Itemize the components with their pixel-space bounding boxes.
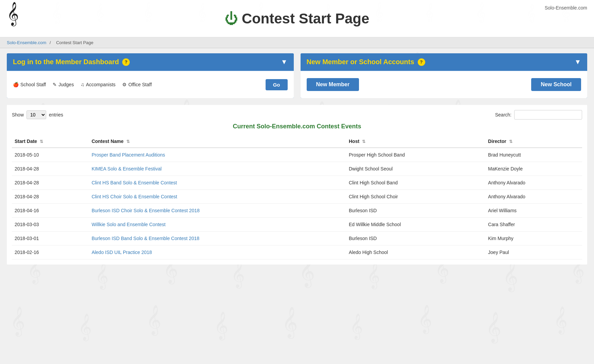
event-date-4: 2018-04-16 (12, 204, 89, 218)
new-accounts-help-icon[interactable]: ? (418, 58, 425, 66)
sort-icon-date: ⇅ (40, 139, 43, 144)
cards-row: Log in to the Member Dashboard ? ▼ 🍎 Sch… (7, 53, 587, 98)
breadcrumb-home-link[interactable]: Solo-Ensemble.com (7, 40, 46, 45)
table-row: 2018-04-28 Clint HS Choir Solo & Ensembl… (12, 190, 582, 204)
event-director-3: Anthony Alvarado (485, 190, 582, 204)
school-staff-label: School Staff (20, 82, 46, 87)
site-logo: 𝄞 (7, 3, 19, 24)
power-icon: ⏻ (225, 11, 238, 26)
breadcrumb: Solo-Ensemble.com / Contest Start Page (0, 37, 594, 48)
entries-select[interactable]: 10 25 50 100 (26, 110, 46, 119)
search-label: Search: (495, 112, 511, 117)
new-accounts-card-chevron[interactable]: ▼ (574, 58, 581, 66)
sort-icon-director: ⇅ (509, 139, 512, 144)
col-director[interactable]: Director ⇅ (485, 135, 582, 148)
office-staff-label: Office Staff (128, 82, 152, 87)
event-date-1: 2018-04-28 (12, 162, 89, 176)
login-card-chevron[interactable]: ▼ (281, 58, 288, 66)
event-contest-link-1[interactable]: KIMEA Solo & Ensemble Festival (92, 166, 162, 171)
accompanists-label: Accompanists (86, 82, 115, 87)
event-director-4: Ariel Williams (485, 204, 582, 218)
col-host[interactable]: Host ⇅ (346, 135, 485, 148)
login-card-links: 🍎 School Staff ✎ Judges ♫ Accompanists ⚙… (13, 82, 152, 87)
go-button[interactable]: Go (266, 79, 288, 90)
events-table: Start Date ⇅ Contest Name ⇅ Host ⇅ Direc… (12, 135, 582, 259)
event-contest-2: Clint HS Band Solo & Ensemble Contest (89, 176, 346, 190)
event-date-2: 2018-04-28 (12, 176, 89, 190)
event-contest-3: Clint HS Choir Solo & Ensemble Contest (89, 190, 346, 204)
login-help-icon[interactable]: ? (122, 58, 130, 66)
col-host-label: Host (349, 139, 359, 144)
show-entries-control: Show 10 25 50 100 entries (12, 110, 63, 119)
office-staff-link[interactable]: ⚙ Office Staff (122, 82, 152, 87)
sort-icon-host: ⇅ (362, 139, 365, 144)
event-contest-link-0[interactable]: Prosper Band Placement Auditions (92, 152, 165, 158)
event-date-5: 2018-03-03 (12, 218, 89, 232)
login-card-title: Log in to the Member Dashboard (13, 58, 119, 66)
event-contest-link-3[interactable]: Clint HS Choir Solo & Ensemble Contest (92, 194, 177, 199)
new-accounts-card: New Member or School Accounts ? ▼ New Me… (301, 53, 588, 98)
event-contest-4: Burleson ISD Choir Solo & Ensemble Conte… (89, 204, 346, 218)
table-row: 2018-04-16 Burleson ISD Choir Solo & Ens… (12, 204, 582, 218)
event-director-6: Kim Murphy (485, 232, 582, 245)
col-start-date[interactable]: Start Date ⇅ (12, 135, 89, 148)
table-row: 2018-04-28 KIMEA Solo & Ensemble Festiva… (12, 162, 582, 176)
event-director-1: MaKenzie Doyle (485, 162, 582, 176)
event-contest-link-6[interactable]: Burleson ISD Band Solo & Ensemble Contes… (92, 236, 200, 241)
sort-icon-contest: ⇅ (126, 139, 130, 144)
event-host-6: Burleson ISD (346, 232, 485, 245)
event-director-0: Brad Huneycutt (485, 148, 582, 162)
event-date-6: 2018-03-01 (12, 232, 89, 245)
event-contest-link-2[interactable]: Clint HS Band Solo & Ensemble Contest (92, 180, 177, 185)
event-contest-link-5[interactable]: Willkie Solo and Ensemble Contest (92, 222, 166, 227)
table-row: 2018-05-10 Prosper Band Placement Auditi… (12, 148, 582, 162)
event-host-5: Ed Willkie Middle School (346, 218, 485, 232)
event-host-7: Aledo High School (346, 245, 485, 259)
main-content: 𝄞 𝄞 𝄞 𝄞 𝄞 𝄞 𝄞 𝄞 𝄞 𝄞 𝄞 𝄞 𝄞 𝄞 𝄞 𝄞 𝄞 𝄞 𝄞 𝄞 … (0, 48, 594, 354)
new-accounts-card-header: New Member or School Accounts ? ▼ (301, 53, 588, 71)
new-school-button[interactable]: New School (531, 78, 581, 91)
table-row: 2018-03-01 Burleson ISD Band Solo & Ense… (12, 232, 582, 245)
new-accounts-header-left: New Member or School Accounts ? (307, 58, 425, 66)
table-controls: Show 10 25 50 100 entries Search: (12, 110, 582, 120)
new-member-button[interactable]: New Member (307, 78, 359, 91)
events-title: Current Solo-Ensemble.com Contest Events (12, 123, 582, 130)
events-tbody: 2018-05-10 Prosper Band Placement Auditi… (12, 148, 582, 259)
accompanists-link[interactable]: ♫ Accompanists (80, 82, 115, 87)
event-date-3: 2018-04-28 (12, 190, 89, 204)
site-domain: Solo-Ensemble.com (545, 5, 587, 11)
search-input[interactable] (514, 110, 582, 120)
event-host-2: Clint High School Band (346, 176, 485, 190)
login-card-body: 🍎 School Staff ✎ Judges ♫ Accompanists ⚙… (7, 71, 294, 98)
event-host-1: Dwight School Seoul (346, 162, 485, 176)
event-contest-5: Willkie Solo and Ensemble Contest (89, 218, 346, 232)
col-director-label: Director (488, 139, 506, 144)
event-contest-link-4[interactable]: Burleson ISD Choir Solo & Ensemble Conte… (92, 208, 200, 213)
search-box: Search: (495, 110, 582, 120)
login-card-header: Log in to the Member Dashboard ? ▼ (7, 53, 294, 71)
table-row: 2018-03-03 Willkie Solo and Ensemble Con… (12, 218, 582, 232)
breadcrumb-separator: / (50, 40, 51, 45)
event-date-0: 2018-05-10 (12, 148, 89, 162)
event-contest-7: Aledo ISD UIL Practice 2018 (89, 245, 346, 259)
judges-link[interactable]: ✎ Judges (53, 82, 74, 87)
col-start-date-label: Start Date (15, 139, 37, 144)
page-title-container: ⏻ Contest Start Page (225, 11, 370, 27)
school-staff-link[interactable]: 🍎 School Staff (13, 82, 46, 87)
event-contest-1: KIMEA Solo & Ensemble Festival (89, 162, 346, 176)
event-date-7: 2018-02-16 (12, 245, 89, 259)
col-contest-name-label: Contest Name (92, 139, 124, 144)
event-host-4: Burleson ISD (346, 204, 485, 218)
col-contest-name[interactable]: Contest Name ⇅ (89, 135, 346, 148)
login-card: Log in to the Member Dashboard ? ▼ 🍎 Sch… (7, 53, 294, 98)
new-accounts-card-title: New Member or School Accounts (307, 58, 414, 66)
event-contest-link-7[interactable]: Aledo ISD UIL Practice 2018 (92, 250, 152, 255)
table-section: Show 10 25 50 100 entries Search: Curren… (7, 105, 587, 265)
event-host-0: Prosper High School Band (346, 148, 485, 162)
event-contest-6: Burleson ISD Band Solo & Ensemble Contes… (89, 232, 346, 245)
event-director-5: Cara Shaffer (485, 218, 582, 232)
entries-label: entries (49, 112, 63, 117)
login-card-header-left: Log in to the Member Dashboard ? (13, 58, 130, 66)
new-accounts-card-body: New Member New School (301, 71, 588, 98)
table-header: Start Date ⇅ Contest Name ⇅ Host ⇅ Direc… (12, 135, 582, 148)
